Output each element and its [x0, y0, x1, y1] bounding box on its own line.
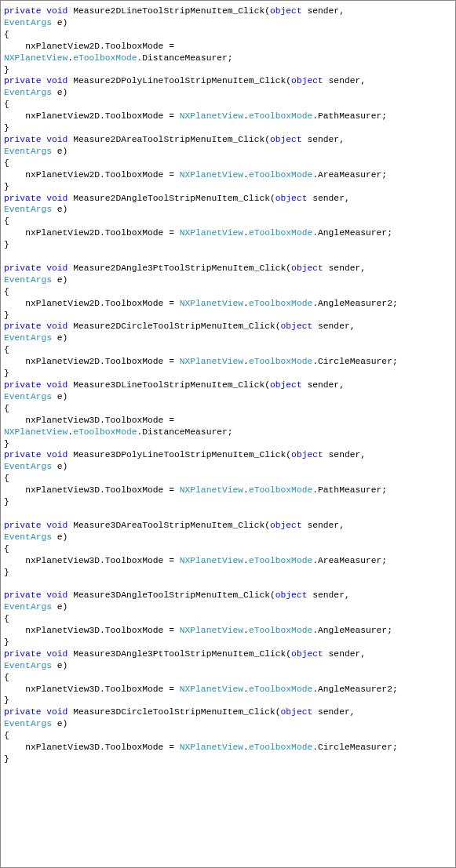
type-etoolboxmode: eToolboxMode [249, 626, 312, 635]
keyword-object: object [270, 380, 302, 390]
keyword-object: object [291, 76, 323, 85]
type-etoolboxmode: eToolboxMode [249, 485, 312, 495]
keyword-private: private [4, 6, 41, 16]
type-eventargs: EventArgs [4, 205, 52, 214]
mode-value: AngleMeasurer; [318, 626, 392, 635]
keyword-void: void [46, 135, 67, 144]
assign-lhs: nxPlanetView3D.ToolboxMode = [25, 485, 180, 495]
keyword-void: void [46, 76, 67, 85]
keyword-void: void [46, 521, 67, 530]
keyword-object: object [270, 135, 302, 144]
method-name: Measure3DCircleToolStripMenuItem_Click [73, 707, 275, 717]
mode-value: AngleMeasurer2; [318, 685, 398, 694]
type-eventargs: EventArgs [4, 392, 52, 401]
keyword-void: void [46, 649, 67, 659]
assign-lhs: nxPlanetView3D.ToolboxMode = [25, 743, 180, 752]
keyword-private: private [4, 135, 41, 144]
keyword-object: object [291, 450, 323, 459]
type-nxplanetview: NXPlanetView [180, 626, 243, 635]
mode-value: CircleMeasurer; [318, 743, 398, 752]
assign-lhs: nxPlanetView2D.ToolboxMode = [25, 111, 180, 121]
keyword-void: void [46, 263, 67, 273]
keyword-object: object [281, 321, 313, 331]
type-nxplanetview: NXPlanetView [180, 685, 243, 694]
type-eventargs: EventArgs [4, 719, 52, 728]
type-eventargs: EventArgs [4, 18, 52, 27]
keyword-void: void [46, 6, 67, 16]
type-nxplanetview: NXPlanetView [180, 170, 243, 180]
type-etoolboxmode: eToolboxMode [249, 743, 312, 752]
type-nxplanetview: NXPlanetView [4, 427, 67, 437]
type-eventargs: EventArgs [4, 275, 52, 285]
assign-lhs: nxPlanetView2D.ToolboxMode = [25, 357, 180, 366]
method-name: Measure2DCircleToolStripMenuItem_Click [73, 321, 275, 331]
keyword-void: void [46, 321, 67, 331]
type-eventargs: EventArgs [4, 532, 52, 542]
keyword-private: private [4, 707, 41, 717]
assign-lhs: nxPlanetView2D.ToolboxMode = [25, 228, 180, 238]
keyword-void: void [46, 450, 67, 459]
assign-lhs: nxPlanetView3D.ToolboxMode = [25, 556, 180, 565]
type-etoolboxmode: eToolboxMode [249, 299, 312, 308]
assign-lhs: nxPlanetView2D.ToolboxMode = [25, 299, 180, 308]
keyword-object: object [275, 590, 308, 600]
mode-value: DistanceMeasurer; [142, 53, 232, 63]
keyword-private: private [4, 321, 41, 331]
method-name: Measure2DAngleToolStripMenuItem_Click [73, 194, 270, 203]
mode-value: CircleMeasurer; [318, 357, 398, 366]
type-nxplanetview: NXPlanetView [180, 228, 243, 238]
method-name: Measure3DPolyLineToolStripMenuItem_Click [73, 450, 286, 459]
type-nxplanetview: NXPlanetView [180, 299, 243, 308]
type-nxplanetview: NXPlanetView [180, 485, 243, 495]
keyword-private: private [4, 590, 41, 600]
keyword-object: object [270, 6, 302, 16]
keyword-void: void [46, 590, 67, 600]
keyword-private: private [4, 76, 41, 85]
method-name: Measure2DAngle3PtToolStripMenuItem_Click [73, 263, 286, 273]
type-eventargs: EventArgs [4, 462, 52, 471]
type-etoolboxmode: eToolboxMode [249, 357, 312, 366]
type-nxplanetview: NXPlanetView [180, 111, 243, 121]
method-name: Measure2DLineToolStripMenuItem_Click [73, 6, 264, 16]
type-eventargs: EventArgs [4, 661, 52, 670]
mode-value: AreaMeasurer; [318, 170, 387, 180]
type-nxplanetview: NXPlanetView [180, 357, 243, 366]
assign-lhs: nxPlanetView2D.ToolboxMode = [25, 170, 180, 180]
keyword-private: private [4, 263, 41, 273]
method-name: Measure2DAreaToolStripMenuItem_Click [73, 135, 264, 144]
keyword-private: private [4, 521, 41, 530]
mode-value: AngleMeasurer2; [318, 299, 398, 308]
type-etoolboxmode: eToolboxMode [249, 170, 312, 180]
type-nxplanetview: NXPlanetView [4, 53, 67, 63]
keyword-object: object [291, 649, 323, 659]
keyword-void: void [46, 380, 67, 390]
mode-value: AngleMeasurer; [318, 228, 392, 238]
keyword-private: private [4, 649, 41, 659]
keyword-void: void [46, 194, 67, 203]
type-eventargs: EventArgs [4, 602, 52, 612]
mode-value: DistanceMeasurer; [142, 427, 232, 437]
type-eventargs: EventArgs [4, 88, 52, 97]
type-etoolboxmode: eToolboxMode [249, 685, 312, 694]
method-name: Measure2DPolyLineToolStripMenuItem_Click [73, 76, 286, 85]
keyword-private: private [4, 194, 41, 203]
method-name: Measure3DAngleToolStripMenuItem_Click [73, 590, 270, 600]
assign-lhs: nxPlanetView3D.ToolboxMode = [25, 685, 180, 694]
keyword-object: object [291, 263, 323, 273]
keyword-object: object [275, 194, 308, 203]
type-etoolboxmode: eToolboxMode [249, 228, 312, 238]
method-name: Measure3DAreaToolStripMenuItem_Click [73, 521, 264, 530]
type-etoolboxmode: eToolboxMode [73, 53, 137, 63]
keyword-object: object [270, 521, 302, 530]
keyword-private: private [4, 380, 41, 390]
mode-value: PathMeasurer; [318, 485, 387, 495]
method-name: Measure3DAngle3PtToolStripMenuItem_Click [73, 649, 286, 659]
mode-value: AreaMeasurer; [318, 556, 387, 565]
method-name: Measure3DLineToolStripMenuItem_Click [73, 380, 264, 390]
assign-lhs: nxPlanetView3D.ToolboxMode = [25, 416, 180, 425]
mode-value: PathMeasurer; [318, 111, 387, 121]
type-nxplanetview: NXPlanetView [180, 743, 243, 752]
type-etoolboxmode: eToolboxMode [249, 111, 312, 121]
keyword-object: object [281, 707, 313, 717]
assign-lhs: nxPlanetView2D.ToolboxMode = [25, 42, 180, 51]
